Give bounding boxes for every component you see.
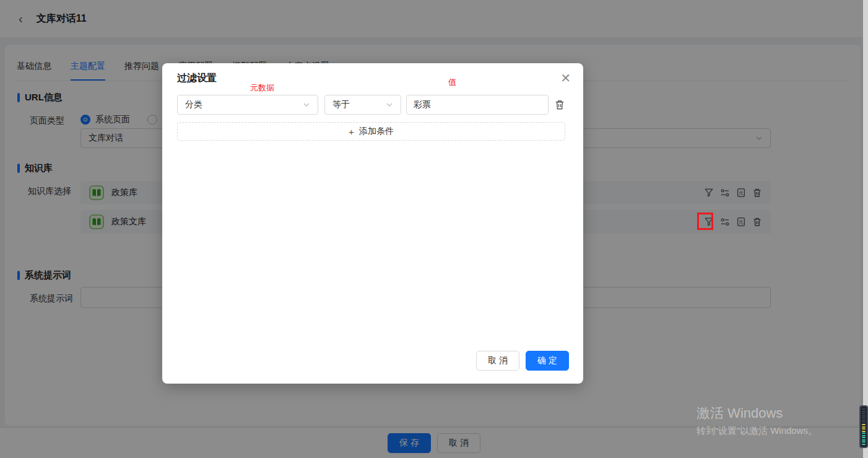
metadata-field-value: 分类 (185, 99, 202, 110)
operator-select[interactable]: 等于 (324, 95, 401, 115)
page: ‹ 文库对话11 基础信息 主题配置 推荐问题 应用配置 模型配置 自定义设置 … (0, 0, 868, 458)
close-icon[interactable]: ✕ (560, 72, 571, 84)
scrollbar[interactable] (863, 0, 868, 458)
add-condition-label: 添加条件 (359, 126, 394, 137)
plus-icon: + (349, 126, 354, 137)
trash-icon[interactable] (554, 99, 565, 110)
red-highlight-box (697, 213, 713, 230)
annotation-value: 值 (448, 77, 456, 88)
operator-value: 等于 (332, 99, 350, 110)
modal-title: 过滤设置 (177, 72, 217, 85)
add-condition-button[interactable]: + 添加条件 (177, 122, 565, 141)
condition-value-input[interactable] (406, 95, 549, 115)
annotation-metadata: 元数据 (250, 82, 274, 94)
chevron-down-icon (303, 101, 310, 108)
level-meter-widget (859, 405, 868, 448)
filter-settings-modal: 过滤设置 ✕ 元数据 值 分类 等于 + 添加条件 取 消 确 定 (162, 63, 583, 384)
modal-footer: 取 消 确 定 (476, 351, 569, 371)
metadata-field-select[interactable]: 分类 (177, 95, 318, 115)
modal-ok-button[interactable]: 确 定 (526, 351, 569, 371)
modal-cancel-button[interactable]: 取 消 (476, 351, 519, 371)
chevron-down-icon (386, 101, 393, 108)
